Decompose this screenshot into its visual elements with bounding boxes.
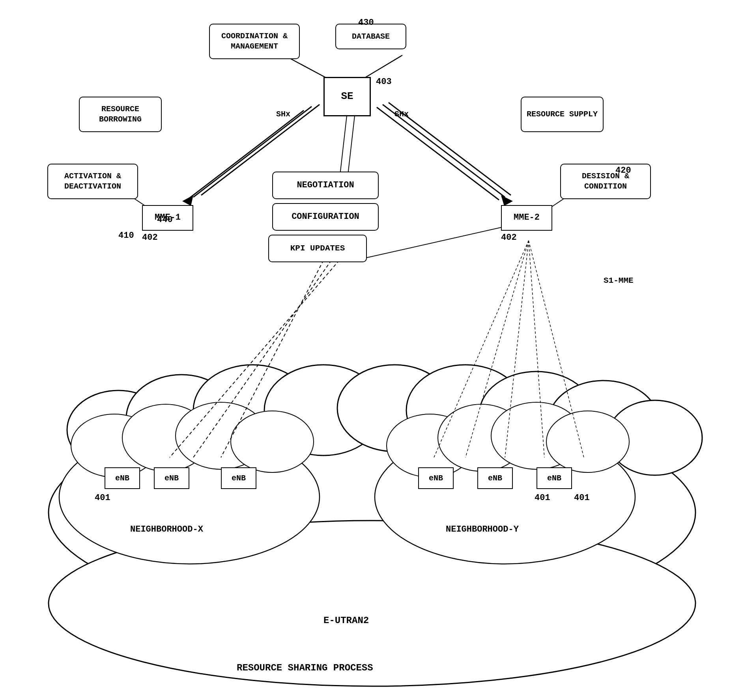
svg-line-37 <box>170 260 339 457</box>
ref-402-left: 402 <box>142 233 158 243</box>
svg-point-7 <box>479 371 594 457</box>
resource-supply-label: RESOURCE SUPPLY <box>527 109 598 119</box>
configuration-box: CONFIGURATION <box>272 203 379 231</box>
caption-label: RESOURCE SHARING PROCESS <box>237 663 373 673</box>
ref-440: 440 <box>157 215 173 225</box>
decision-box: DESISION & CONDITION <box>560 164 651 199</box>
svg-line-38 <box>529 241 584 457</box>
svg-point-0 <box>49 406 695 619</box>
svg-line-40 <box>505 241 529 457</box>
svg-marker-30 <box>501 195 513 206</box>
mme2-box: MME-2 <box>501 205 552 231</box>
svg-line-36 <box>193 260 331 457</box>
svg-point-13 <box>122 404 209 471</box>
mme2-label: MME-2 <box>514 212 540 224</box>
svg-point-2 <box>126 375 237 461</box>
ref-410: 410 <box>118 231 134 241</box>
neighborhood-x-label: NEIGHBORHOOD-X <box>130 525 203 534</box>
resource-borrowing-label: RESOURCE BORROWING <box>84 104 156 125</box>
svg-point-14 <box>176 402 266 469</box>
svg-line-35 <box>221 260 323 457</box>
enb2-label: eNB <box>165 473 179 483</box>
ref-430: 430 <box>358 18 374 28</box>
enb2-box: eNB <box>154 467 189 489</box>
activation-box: ACTIVATION & DEACTIVATION <box>47 164 138 199</box>
ref-403: 403 <box>376 77 392 87</box>
eutran-label: E-UTRAN2 <box>323 615 369 626</box>
svg-point-4 <box>264 365 383 455</box>
svg-line-32 <box>347 112 355 181</box>
enb1-label: eNB <box>115 473 129 483</box>
coordination-label: COORDINATION & MANAGEMENT <box>215 31 294 52</box>
svg-point-10 <box>49 521 695 686</box>
svg-line-22 <box>363 55 402 79</box>
enb6-box: eNB <box>537 467 572 489</box>
svg-point-19 <box>491 402 582 469</box>
coordination-box: COORDINATION & MANAGEMENT <box>209 24 300 59</box>
enb5-box: eNB <box>477 467 513 489</box>
shx-left-label: SHx <box>276 110 290 119</box>
shx-right-label: SHx <box>394 110 409 119</box>
kpi-updates-box: KPI UPDATES <box>268 235 367 262</box>
svg-point-15 <box>231 411 314 472</box>
svg-line-42 <box>434 241 529 457</box>
database-label: DATABASE <box>352 32 390 42</box>
svg-marker-26 <box>182 195 193 206</box>
enb6-label: eNB <box>547 473 561 483</box>
svg-point-16 <box>375 430 635 564</box>
decision-label: DESISION & CONDITION <box>566 171 645 192</box>
s1mme-label: S1-MME <box>604 276 634 285</box>
svg-point-9 <box>608 400 702 475</box>
ref-402-right: 402 <box>501 233 517 243</box>
diagram: COORDINATION & MANAGEMENT DATABASE SE RE… <box>0 0 744 700</box>
svg-point-3 <box>193 365 312 455</box>
svg-point-6 <box>406 365 525 455</box>
svg-line-41 <box>465 241 529 457</box>
svg-line-31 <box>339 112 347 181</box>
svg-line-43 <box>355 225 513 260</box>
neighborhood-y-label: NEIGHBORHOOD-Y <box>446 525 519 534</box>
resource-supply-box: RESOURCE SUPPLY <box>521 97 604 132</box>
resource-borrowing-box: RESOURCE BORROWING <box>79 97 162 132</box>
svg-point-8 <box>548 381 659 463</box>
svg-point-1 <box>67 390 170 469</box>
svg-point-20 <box>546 411 629 472</box>
ref-401-right2: 401 <box>574 493 590 503</box>
ref-401-left: 401 <box>95 493 110 503</box>
kpi-updates-label: KPI UPDATES <box>290 243 345 254</box>
configuration-label: CONFIGURATION <box>292 211 359 223</box>
enb4-box: eNB <box>418 467 454 489</box>
se-box: SE <box>323 77 371 116</box>
negotiation-box: NEGOTIATION <box>272 172 379 199</box>
se-label: SE <box>341 90 353 103</box>
activation-label: ACTIVATION & DEACTIVATION <box>53 171 133 192</box>
ref-420: 420 <box>615 166 631 175</box>
enb5-label: eNB <box>488 473 502 483</box>
svg-line-39 <box>529 241 544 457</box>
svg-point-18 <box>438 404 525 471</box>
negotiation-label: NEGOTIATION <box>297 180 354 191</box>
enb1-box: eNB <box>105 467 140 489</box>
ref-401-right1: 401 <box>535 493 550 503</box>
enb4-label: eNB <box>429 473 443 483</box>
enb3-box: eNB <box>221 467 256 489</box>
svg-line-29 <box>377 107 499 200</box>
enb3-label: eNB <box>232 473 246 483</box>
svg-point-5 <box>337 365 452 452</box>
